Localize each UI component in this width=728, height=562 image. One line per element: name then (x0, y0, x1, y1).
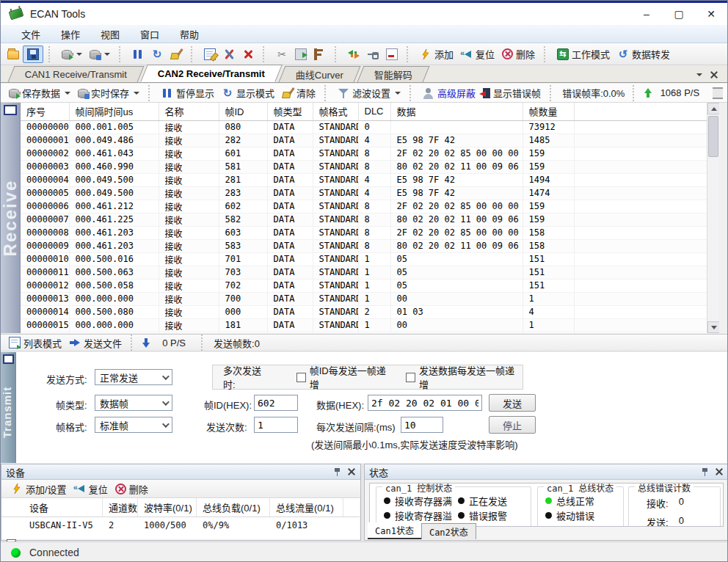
column-header[interactable]: 帧类型 (267, 103, 313, 120)
cut-button[interactable] (272, 46, 291, 62)
usb-device-button[interactable] (363, 46, 382, 62)
data-forward-button[interactable]: 数据转发 (614, 45, 674, 63)
table-row[interactable]: 00000002000.461.043接收601DATASTANDARD82F … (21, 147, 707, 160)
refresh-button[interactable] (148, 46, 167, 62)
column-header[interactable]: 名称 (159, 103, 219, 120)
settings-tools-button[interactable] (219, 46, 239, 62)
swap-channels-button[interactable] (344, 46, 363, 62)
open-file-button[interactable] (4, 46, 23, 62)
add-device-button[interactable]: 添加 (416, 45, 457, 63)
format-button[interactable] (310, 46, 330, 62)
device-add-setup-button[interactable]: 添加/设置 (7, 480, 70, 498)
frame-type-select[interactable]: 数据帧 (95, 395, 172, 411)
send-mode-select[interactable]: 正常发送 (95, 369, 172, 385)
column-header[interactable]: 序号 (21, 103, 69, 120)
panel-close-icon[interactable] (715, 467, 724, 476)
delete-device-button[interactable]: 删除 (498, 45, 539, 63)
table-row[interactable]: 00000009000.461.203接收583DATASTANDARD880 … (21, 239, 707, 252)
device-column-header[interactable]: 总线流量(0/1) (270, 498, 343, 517)
column-header[interactable]: 帧ID (219, 103, 267, 120)
pin-icon[interactable] (334, 467, 341, 476)
maximize-button[interactable]: ▢ (663, 4, 695, 23)
close-button[interactable]: ✕ (695, 4, 727, 23)
device-column-header[interactable]: 波特率(0/1) (138, 498, 197, 517)
table-row[interactable]: 00000007000.461.225接收582DATASTANDARD880 … (21, 213, 707, 226)
stop-button[interactable]: 停止 (489, 416, 536, 434)
advanced-mask-button[interactable]: 高级屏蔽 (419, 84, 479, 102)
remove-button[interactable] (239, 46, 258, 62)
table-row[interactable]: 00000011000.500.063接收703DATASTANDARD1051… (21, 266, 707, 279)
table-row[interactable]: 00000004000.049.500接收281DATASTANDARD4E5 … (21, 173, 707, 186)
table-row[interactable]: 00000012000.500.058接收702DATASTANDARD1051… (21, 279, 707, 292)
tab-close-icon[interactable] (710, 70, 718, 79)
receive-scrollbar[interactable] (707, 103, 719, 333)
table-row[interactable]: 00000008000.461.203接收603DATASTANDARD82F … (21, 226, 707, 239)
tab-list-caret-icon[interactable] (696, 73, 702, 76)
interval-input[interactable] (401, 417, 443, 433)
display-mode-button[interactable]: 显示模式 (218, 84, 278, 102)
frame-id-input[interactable] (254, 395, 298, 411)
menu-item-3[interactable]: 窗口 (130, 25, 170, 43)
edit-button[interactable] (200, 46, 219, 62)
table-row[interactable]: 00000013000.000.000接收700DATASTANDARD1001 (21, 292, 707, 305)
send-button[interactable]: 发送 (489, 394, 536, 412)
table-row[interactable]: 00000016000.000.000接收182DATASTANDARD1001 (21, 332, 707, 333)
column-header[interactable]: 帧数量 (523, 103, 574, 120)
panel-close-icon[interactable] (347, 467, 356, 476)
column-header[interactable]: 数据 (390, 103, 523, 120)
menu-item-1[interactable]: 操作 (51, 25, 90, 43)
device-table-row[interactable]: USBCAN-II-V521000/5000%/9%0/1013 (1, 517, 360, 533)
table-row[interactable]: 00000000000.001.005接收080DATASTANDARD0739… (21, 120, 707, 134)
menu-item-0[interactable]: 文件 (11, 25, 51, 43)
tab-3[interactable]: 智能解码 (357, 66, 429, 82)
transmit-select-box[interactable] (3, 354, 14, 364)
scroll-down-icon[interactable] (707, 321, 720, 333)
column-header[interactable]: 帧间隔时间us (69, 103, 159, 120)
send-count-input[interactable] (254, 417, 298, 433)
column-header[interactable]: 帧格式 (313, 103, 358, 120)
pause-button[interactable] (128, 46, 148, 62)
pause-display-button[interactable]: 暂停显示 (158, 84, 218, 102)
menu-item-4[interactable]: 帮助 (170, 25, 209, 43)
list-mode-button[interactable]: 列表模式 (5, 334, 65, 352)
table-row[interactable]: 00000010000.500.016接收701DATASTANDARD1051… (21, 252, 707, 266)
tab-1[interactable]: CAN2 Receive/Transmit (140, 65, 283, 82)
pin-icon[interactable] (702, 467, 709, 476)
frame-format-select[interactable]: 标准帧 (95, 417, 172, 433)
table-row[interactable]: 00000015000.000.000接收181DATASTANDARD1001 (21, 318, 707, 332)
table-row[interactable]: 00000006000.461.212接收602DATASTANDARD82F … (21, 200, 707, 213)
data-hex-input[interactable] (368, 395, 482, 411)
tab-2[interactable]: 曲线Curver (278, 66, 360, 82)
device-delete-button[interactable]: 删除 (112, 480, 152, 498)
menu-item-2[interactable]: 视图 (90, 25, 130, 43)
clear-button[interactable]: 清除 (278, 84, 319, 102)
minimize-window-button[interactable] (382, 46, 401, 62)
table-row[interactable]: 00000014000.500.080接收000DATASTANDARD201 … (21, 305, 707, 318)
id-increment-checkbox[interactable] (296, 373, 306, 382)
receive-select-box[interactable] (4, 105, 17, 115)
device-column-header[interactable]: 总线负载(0/1) (197, 498, 270, 517)
reset-device-button[interactable]: 复位 (457, 45, 498, 63)
toolbar-overflow-grip[interactable] (713, 87, 723, 99)
minimize-button[interactable]: – (630, 4, 663, 23)
table-row[interactable]: 00000003000.460.990接收581DATASTANDARD880 … (21, 160, 707, 173)
db-import-button[interactable] (86, 46, 114, 62)
save-data-button[interactable]: 保存数据 (5, 84, 74, 102)
show-error-frames-button[interactable]: 显示错误帧 (479, 84, 545, 102)
data-increment-checkbox[interactable] (406, 373, 415, 382)
db-export-button[interactable] (58, 46, 86, 62)
save-button[interactable] (23, 45, 43, 63)
device-reset-button[interactable]: 复位 (70, 480, 112, 498)
filter-settings-button[interactable]: 滤波设置 (334, 84, 404, 102)
clear-all-button[interactable] (167, 46, 186, 62)
table-row[interactable]: 00000005000.049.500接收283DATASTANDARD4E5 … (21, 186, 707, 200)
table-row[interactable]: 00000001000.049.486接收282DATASTANDARD4E5 … (21, 134, 707, 147)
send-file-button[interactable]: 发送文件 (65, 334, 125, 352)
device-column-header[interactable]: 通道数 (103, 498, 138, 517)
status-tab-1[interactable]: Can2状态 (421, 523, 476, 539)
tab-0[interactable]: CAN1 Receive/Transmit (8, 66, 145, 82)
realtime-save-button[interactable]: 实时保存 (74, 84, 143, 102)
scrollbar-thumb[interactable] (708, 116, 718, 157)
column-header[interactable]: DLC (358, 103, 390, 120)
device-column-header[interactable]: 设备 (23, 498, 103, 517)
